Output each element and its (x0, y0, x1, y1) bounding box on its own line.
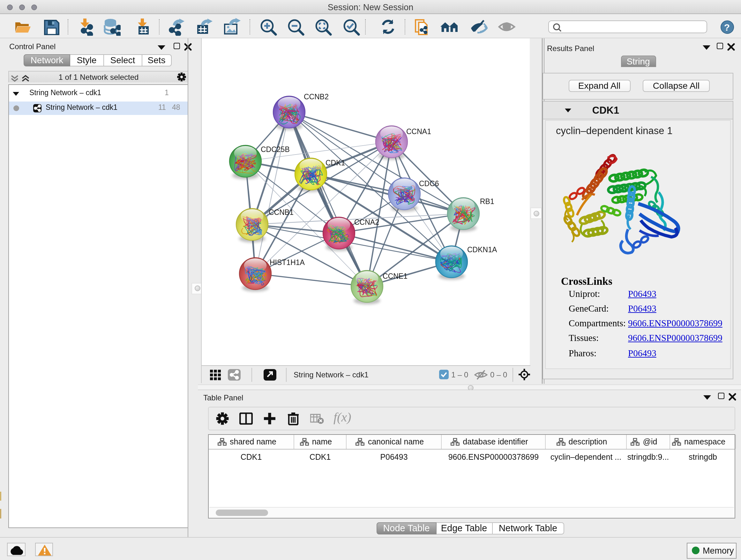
svg-text:CCNB1: CCNB1 (269, 208, 293, 216)
svg-text:CCNE1: CCNE1 (383, 272, 408, 280)
svg-text:HIST1H1A: HIST1H1A (270, 258, 305, 266)
svg-text:CDC6: CDC6 (419, 179, 439, 188)
svg-text:CDKN1A: CDKN1A (467, 246, 497, 254)
svg-text:CCNB2: CCNB2 (304, 92, 329, 101)
svg-text:CDK1: CDK1 (326, 159, 345, 167)
svg-text:CCNA1: CCNA1 (406, 127, 431, 136)
svg-text:CDC25B: CDC25B (261, 145, 290, 153)
svg-text:CCNA2: CCNA2 (354, 218, 379, 226)
svg-text:RB1: RB1 (480, 197, 494, 206)
